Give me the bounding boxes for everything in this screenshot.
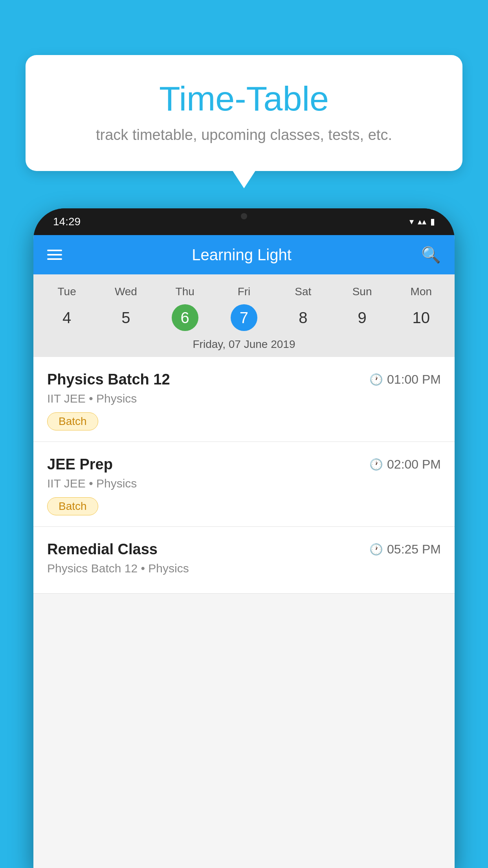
class-name-3: Remedial Class: [47, 541, 158, 558]
day-7-selected[interactable]: 7: [231, 304, 257, 331]
day-header-tue: Tue: [37, 282, 96, 301]
signal-icon: ▴▴: [418, 217, 426, 227]
day-header-wed: Wed: [96, 282, 155, 301]
day-header-sat: Sat: [273, 282, 332, 301]
bubble-tail: [232, 170, 256, 188]
class-time-3: 🕐 05:25 PM: [369, 542, 441, 557]
phone-notch: [220, 208, 268, 224]
calendar-strip: Tue Wed Thu Fri Sat Sun Mon 4 5 6 7 8 9 …: [33, 274, 455, 357]
day-9[interactable]: 9: [332, 304, 391, 331]
card-title: Time-Table: [45, 79, 443, 119]
class-item-3-header: Remedial Class 🕐 05:25 PM: [47, 541, 441, 558]
day-headers: Tue Wed Thu Fri Sat Sun Mon: [33, 282, 455, 301]
class-time-1: 🕐 01:00 PM: [369, 372, 441, 387]
batch-badge-1: Batch: [47, 412, 98, 430]
class-time-value-1: 01:00 PM: [387, 372, 441, 387]
clock-icon-2: 🕐: [369, 458, 383, 471]
day-header-sun: Sun: [332, 282, 391, 301]
class-name-1: Physics Batch 12: [47, 371, 170, 388]
info-card: Time-Table track timetable, upcoming cla…: [26, 55, 462, 171]
class-meta-3: Physics Batch 12 • Physics: [47, 562, 441, 575]
wifi-icon: ▾: [409, 217, 414, 227]
clock-icon-3: 🕐: [369, 543, 383, 556]
status-time: 14:29: [53, 215, 81, 228]
class-item-3[interactable]: Remedial Class 🕐 05:25 PM Physics Batch …: [33, 527, 455, 594]
day-numbers: 4 5 6 7 8 9 10: [33, 304, 455, 331]
day-header-thu: Thu: [156, 282, 215, 301]
camera: [241, 213, 247, 219]
class-name-2: JEE Prep: [47, 456, 113, 473]
clock-icon-1: 🕐: [369, 373, 383, 386]
app-title: Learning Light: [74, 246, 409, 264]
class-item-2[interactable]: JEE Prep 🕐 02:00 PM IIT JEE • Physics Ba…: [33, 442, 455, 527]
app-screen: Learning Light 🔍 Tue Wed Thu Fri Sat Sun…: [33, 235, 455, 868]
class-meta-1: IIT JEE • Physics: [47, 392, 441, 405]
selected-date-label: Friday, 07 June 2019: [33, 331, 455, 357]
phone-frame: 14:29 ▾ ▴▴ ▮ Learning Light 🔍 Tue Wed: [33, 208, 455, 868]
menu-button[interactable]: [47, 250, 62, 260]
class-time-value-2: 02:00 PM: [387, 457, 441, 472]
class-list: Physics Batch 12 🕐 01:00 PM IIT JEE • Ph…: [33, 357, 455, 594]
batch-badge-2: Batch: [47, 497, 98, 515]
class-time-value-3: 05:25 PM: [387, 542, 441, 557]
day-10[interactable]: 10: [392, 304, 451, 331]
day-5[interactable]: 5: [96, 304, 155, 331]
day-header-mon: Mon: [392, 282, 451, 301]
class-time-2: 🕐 02:00 PM: [369, 457, 441, 472]
day-6-today[interactable]: 6: [172, 304, 198, 331]
search-icon[interactable]: 🔍: [421, 246, 441, 264]
status-icons: ▾ ▴▴ ▮: [409, 217, 435, 227]
day-4[interactable]: 4: [37, 304, 96, 331]
status-bar: 14:29 ▾ ▴▴ ▮: [33, 208, 455, 235]
class-item-1-header: Physics Batch 12 🕐 01:00 PM: [47, 371, 441, 388]
class-meta-2: IIT JEE • Physics: [47, 477, 441, 490]
class-item-1[interactable]: Physics Batch 12 🕐 01:00 PM IIT JEE • Ph…: [33, 357, 455, 442]
day-8[interactable]: 8: [273, 304, 332, 331]
day-header-fri: Fri: [215, 282, 273, 301]
class-item-2-header: JEE Prep 🕐 02:00 PM: [47, 456, 441, 473]
app-bar: Learning Light 🔍: [33, 235, 455, 274]
card-subtitle: track timetable, upcoming classes, tests…: [45, 127, 443, 143]
battery-icon: ▮: [430, 217, 435, 227]
